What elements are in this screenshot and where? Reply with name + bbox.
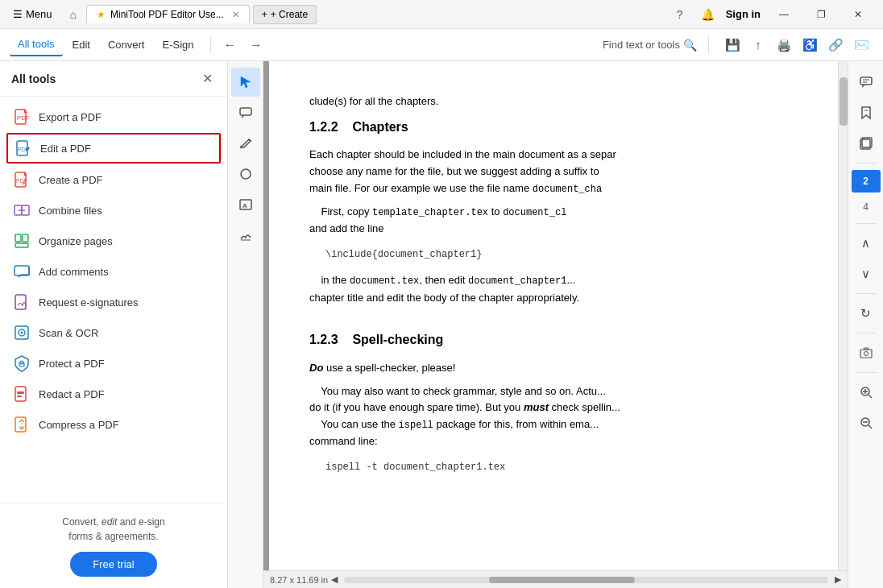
svg-point-35 bbox=[864, 352, 868, 356]
screenshot-button[interactable] bbox=[852, 338, 881, 367]
redo-button[interactable]: → bbox=[245, 35, 267, 56]
protect-pdf-icon bbox=[13, 354, 31, 372]
home-button[interactable]: ⌂ bbox=[64, 5, 83, 24]
tab-close-button[interactable]: ✕ bbox=[232, 10, 239, 20]
sidebar-header: All tools ✕ bbox=[0, 61, 227, 97]
pdf-area: clude(s) for all the chapters. 1.2.2 Cha… bbox=[263, 61, 848, 588]
export-pdf-icon: PDF bbox=[13, 108, 31, 126]
rotate-button[interactable]: ↻ bbox=[852, 299, 881, 328]
titlebar-actions: ? 🔔 Sign in bbox=[670, 5, 761, 24]
scroll-down-button[interactable]: ∨ bbox=[852, 259, 881, 288]
svg-text:+: + bbox=[22, 180, 26, 188]
scroll-up-button[interactable]: ∧ bbox=[852, 229, 881, 258]
titlebar: ☰ Menu ⌂ ★ MiniTool PDF Editor Use... ✕ … bbox=[0, 0, 883, 29]
nav-esign[interactable]: E-Sign bbox=[154, 34, 201, 56]
svg-rect-28 bbox=[860, 77, 872, 85]
scroll-thumb[interactable] bbox=[839, 77, 848, 126]
accessibility-icon-button[interactable]: ♿ bbox=[798, 33, 822, 57]
organize-pages-icon bbox=[13, 232, 31, 250]
find-text-area[interactable]: Find text or tools 🔍 bbox=[603, 39, 697, 52]
sidebar-item-add-comments[interactable]: Add comments bbox=[0, 256, 227, 287]
create-pdf-icon: PDF+ bbox=[13, 171, 31, 188]
zoom-out-button[interactable] bbox=[852, 408, 881, 437]
pdf-section-2-p1: Do use a spell-checker, please! bbox=[309, 360, 802, 377]
nav-convert[interactable]: Convert bbox=[100, 34, 153, 56]
toolbar-icons: 💾 ↑ 🖨️ ♿ 🔗 ✉️ bbox=[720, 33, 873, 57]
right-sep-5 bbox=[856, 372, 876, 373]
close-button[interactable]: ✕ bbox=[839, 0, 877, 29]
pdf-statusbar: 8.27 x 11.69 in ◀ ▶ bbox=[263, 570, 848, 588]
free-trial-button[interactable]: Free trial bbox=[70, 552, 156, 577]
svg-rect-10 bbox=[23, 234, 28, 242]
save-icon-button[interactable]: 💾 bbox=[720, 33, 744, 57]
home-icon: ⌂ bbox=[70, 8, 77, 21]
sign-in-label[interactable]: Sign in bbox=[726, 8, 761, 20]
svg-text:A: A bbox=[243, 202, 247, 209]
sidebar-item-edit-pdf[interactable]: PDF Edit a PDF bbox=[6, 133, 221, 164]
vertical-scrollbar[interactable] bbox=[838, 61, 848, 570]
sidebar-item-protect-pdf[interactable]: Protect a PDF bbox=[0, 348, 227, 379]
new-tab-button[interactable]: + + Create bbox=[253, 5, 317, 24]
promo-text: Convert, edit and e-signforms & agreemen… bbox=[13, 515, 214, 544]
share-icon-button[interactable]: ↑ bbox=[746, 33, 770, 57]
sign-tool-button[interactable] bbox=[231, 221, 260, 250]
svg-rect-11 bbox=[15, 243, 28, 247]
print-icon-button[interactable]: 🖨️ bbox=[772, 33, 796, 57]
create-pdf-label: Create a PDF bbox=[39, 174, 102, 186]
svg-line-40 bbox=[868, 395, 872, 398]
right-pages-button[interactable] bbox=[852, 129, 881, 158]
export-pdf-label: Export a PDF bbox=[39, 111, 102, 123]
email-icon-button[interactable]: ✉️ bbox=[849, 33, 873, 57]
alt-page-indicator[interactable]: 4 bbox=[852, 196, 881, 218]
tab-area: ⌂ ★ MiniTool PDF Editor Use... ✕ + + Cre… bbox=[64, 5, 665, 24]
sidebar-promo: Convert, edit and e-signforms & agreemen… bbox=[0, 503, 227, 588]
eraser-tool-button[interactable] bbox=[231, 159, 260, 188]
right-sep-3 bbox=[856, 293, 876, 294]
combine-files-icon bbox=[13, 201, 31, 219]
pdf-section-2-p2: You may also want to check grammar, styl… bbox=[309, 383, 802, 451]
search-icon: 🔍 bbox=[683, 39, 697, 52]
sidebar-item-organize-pages[interactable]: Organize pages bbox=[0, 226, 227, 256]
current-page-indicator: 2 bbox=[852, 170, 881, 193]
right-bookmarks-button[interactable] bbox=[852, 98, 881, 127]
toolbar-sep-2 bbox=[708, 36, 709, 54]
sidebar-item-create-pdf[interactable]: PDF+ Create a PDF bbox=[0, 164, 227, 195]
maximize-button[interactable]: ❐ bbox=[802, 0, 839, 29]
sidebar-item-redact-pdf[interactable]: Redact a PDF bbox=[0, 379, 227, 409]
sidebar-item-scan-ocr[interactable]: Scan & OCR bbox=[0, 317, 227, 348]
menu-button[interactable]: ☰ Menu bbox=[6, 5, 59, 23]
statusbar-arrow-right[interactable]: ▶ bbox=[835, 574, 841, 585]
pdf-scroll-area[interactable]: clude(s) for all the chapters. 1.2.2 Cha… bbox=[263, 61, 848, 570]
right-sep-1 bbox=[856, 163, 876, 164]
menu-icon: ☰ bbox=[13, 8, 23, 20]
statusbar-scroll[interactable] bbox=[344, 577, 828, 583]
find-text-label: Find text or tools bbox=[603, 39, 680, 51]
link-icon-button[interactable]: 🔗 bbox=[823, 33, 848, 57]
main-layout: All tools ✕ PDF Export a PDF PDF Edit a … bbox=[0, 61, 883, 588]
select-tool-button[interactable] bbox=[231, 68, 260, 97]
active-tab[interactable]: ★ MiniTool PDF Editor Use... ✕ bbox=[86, 5, 250, 23]
svg-rect-34 bbox=[860, 350, 872, 358]
right-sidebar: 2 4 ∧ ∨ ↻ bbox=[848, 61, 883, 588]
sidebar-item-export-pdf[interactable]: PDF Export a PDF bbox=[0, 101, 227, 132]
nav-edit[interactable]: Edit bbox=[64, 34, 98, 56]
right-comments-button[interactable] bbox=[852, 68, 881, 97]
pencil-tool-button[interactable] bbox=[231, 129, 260, 158]
sidebar-title: All tools bbox=[11, 72, 56, 85]
comment-tool-button[interactable] bbox=[231, 98, 260, 127]
add-comments-icon bbox=[13, 263, 31, 280]
undo-button[interactable]: ← bbox=[219, 35, 242, 56]
sidebar-item-request-esignatures[interactable]: Request e-signatures bbox=[0, 287, 227, 317]
nav-all-tools[interactable]: All tools bbox=[10, 33, 63, 56]
zoom-in-button[interactable] bbox=[852, 378, 881, 407]
add-comments-label: Add comments bbox=[39, 266, 109, 278]
minimize-button[interactable]: — bbox=[765, 0, 802, 29]
sidebar-item-compress-pdf[interactable]: Compress a PDF bbox=[0, 409, 227, 440]
sidebar-item-combine-files[interactable]: Combine files bbox=[0, 195, 227, 226]
text-tool-button[interactable]: A bbox=[231, 190, 260, 219]
statusbar-arrow-left[interactable]: ◀ bbox=[331, 574, 338, 585]
help-button[interactable]: ? bbox=[670, 5, 690, 24]
edit-pdf-label: Edit a PDF bbox=[40, 143, 91, 155]
notifications-button[interactable]: 🔔 bbox=[694, 5, 721, 24]
sidebar-close-button[interactable]: ✕ bbox=[199, 69, 216, 88]
